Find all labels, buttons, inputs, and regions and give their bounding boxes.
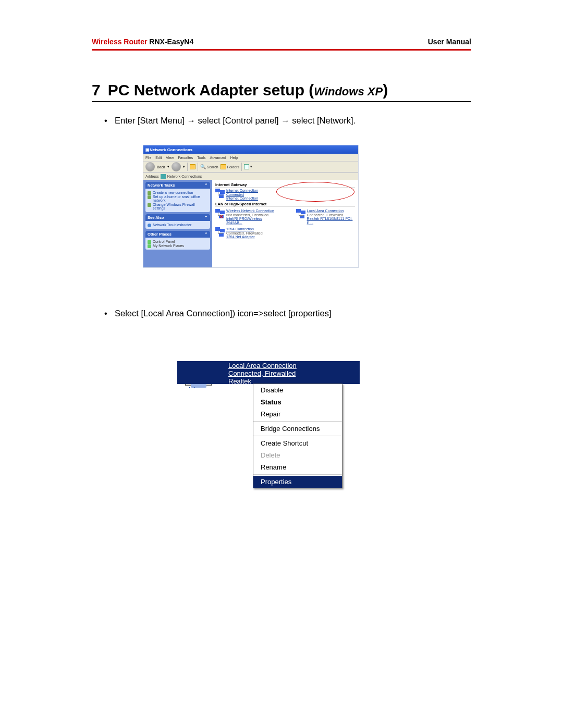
address-bar: Address Network Connections xyxy=(143,172,358,180)
item-wireless-connection[interactable]: Wireless Network Connection Not connecte… xyxy=(215,209,275,225)
menu-item-shortcut[interactable]: Create Shortcut xyxy=(253,437,342,449)
header-right: User Manual xyxy=(428,38,471,46)
menu-item-repair[interactable]: Repair xyxy=(253,408,342,420)
menu-help[interactable]: Help xyxy=(230,156,238,159)
folders-icon xyxy=(221,164,226,169)
menu-item-bridge[interactable]: Bridge Connections xyxy=(253,423,342,435)
menu-item-delete[interactable]: Delete xyxy=(253,449,342,461)
views-dropdown-icon: ▾ xyxy=(250,165,252,169)
back-label[interactable]: Back xyxy=(157,165,165,169)
connection-icon xyxy=(215,189,225,198)
brand-model: RNX-EasyN4 xyxy=(147,38,193,46)
task-change-firewall[interactable]: Change Windows Firewall settings xyxy=(148,203,208,210)
connection-icon xyxy=(296,209,305,218)
item-local-area-connection[interactable]: Local Area Connection Connected, Firewal… xyxy=(296,209,355,225)
sel-line2: Connected, Firewalled xyxy=(228,370,360,378)
menu-item-rename[interactable]: Rename xyxy=(253,461,342,473)
views-icon xyxy=(244,164,249,169)
connection-icon xyxy=(215,227,225,237)
heading-title: PC Network Adapter setup (Windows XP) xyxy=(108,81,388,99)
connections-pane: Internet Gateway Internet Connection Con… xyxy=(212,180,358,267)
search-icon: 🔍 xyxy=(200,164,206,169)
side-panel: Network Tasks Create a new connection Se… xyxy=(143,180,212,267)
toolbar: Back ▾ ▾ 🔍Search Folders ▾ xyxy=(143,161,358,172)
window-titlebar: ▣ Network Connections xyxy=(143,145,358,154)
context-menu: Disable Status Repair Bridge Connections… xyxy=(253,384,342,488)
forward-button-icon[interactable] xyxy=(172,162,181,171)
up-button[interactable] xyxy=(190,164,195,169)
forward-dropdown-icon[interactable]: ▾ xyxy=(183,165,185,169)
link-network-troubleshooter[interactable]: Network Troubleshooter xyxy=(148,223,208,227)
section-heading: 7 PC Network Adapter setup (Windows XP) xyxy=(92,81,471,102)
menu-item-status[interactable]: Status xyxy=(253,396,342,408)
step-2: • Select [Local Area Connection]) icon=>… xyxy=(115,307,332,319)
window-title: Network Connections xyxy=(150,147,192,152)
heading-number: 7 xyxy=(92,81,101,99)
group-internet-gateway: Internet Gateway xyxy=(215,182,355,188)
item-internet-connection[interactable]: Internet Connection Connected Internet C… xyxy=(215,189,355,201)
panel-other-places: Other Places Control Panel My Network Pl… xyxy=(145,231,210,250)
folders-button[interactable]: Folders xyxy=(221,164,239,169)
panel-header[interactable]: See Also xyxy=(145,214,210,221)
menu-advanced[interactable]: Advanced xyxy=(210,156,226,159)
menu-file[interactable]: File xyxy=(145,156,151,159)
address-label: Address xyxy=(145,175,159,178)
menu-edit[interactable]: Edit xyxy=(155,156,162,159)
link-my-network-places[interactable]: My Network Places xyxy=(148,244,208,248)
page-header: Wireless Router RNX-EasyN4 User Manual xyxy=(92,38,471,51)
selected-connection[interactable]: Local Area Connection Connected, Firewal… xyxy=(177,361,360,384)
up-folder-icon xyxy=(190,164,195,169)
screenshot-network-connections: ▣ Network Connections File Edit View Fav… xyxy=(143,145,359,268)
link-control-panel[interactable]: Control Panel xyxy=(148,240,208,243)
menu-item-properties[interactable]: Properties xyxy=(253,476,342,488)
menu-view[interactable]: View xyxy=(166,156,174,159)
search-button[interactable]: 🔍Search xyxy=(200,164,218,169)
panel-header[interactable]: Other Places xyxy=(145,231,210,238)
item-1394-connection[interactable]: 1394 Connection Connected, Firewalled 13… xyxy=(215,227,355,239)
address-value[interactable]: Network Connections xyxy=(167,175,202,178)
address-icon xyxy=(161,174,166,179)
panel-header[interactable]: Network Tasks xyxy=(145,182,210,189)
back-button-icon[interactable] xyxy=(145,162,155,171)
menubar: File Edit View Favorites Tools Advanced … xyxy=(143,154,358,161)
menu-item-disable[interactable]: Disable xyxy=(253,384,342,396)
panel-see-also: See Also Network Troubleshooter xyxy=(145,214,210,229)
menu-tools[interactable]: Tools xyxy=(197,156,205,159)
sel-line1: Local Area Connection xyxy=(228,362,360,370)
connection-icon xyxy=(215,209,225,218)
brand-red: Wireless Router xyxy=(92,38,147,46)
step-1: • Enter [Start Menu] → select [Control p… xyxy=(115,115,356,127)
back-dropdown-icon[interactable]: ▾ xyxy=(167,165,169,169)
header-left: Wireless Router RNX-EasyN4 xyxy=(92,38,193,46)
group-lan: LAN or High-Speed Internet xyxy=(215,202,355,207)
task-setup-home[interactable]: Set up a home or small office network xyxy=(148,195,208,202)
views-button[interactable]: ▾ xyxy=(244,164,252,169)
screenshot-context-menu: . . Local Area Connection Connected, Fir… xyxy=(177,361,360,520)
task-create-connection[interactable]: Create a new connection xyxy=(148,191,208,194)
titlebar-icon: ▣ xyxy=(145,147,150,152)
menu-favorites[interactable]: Favorites xyxy=(178,156,193,159)
panel-network-tasks: Network Tasks Create a new connection Se… xyxy=(145,182,210,212)
